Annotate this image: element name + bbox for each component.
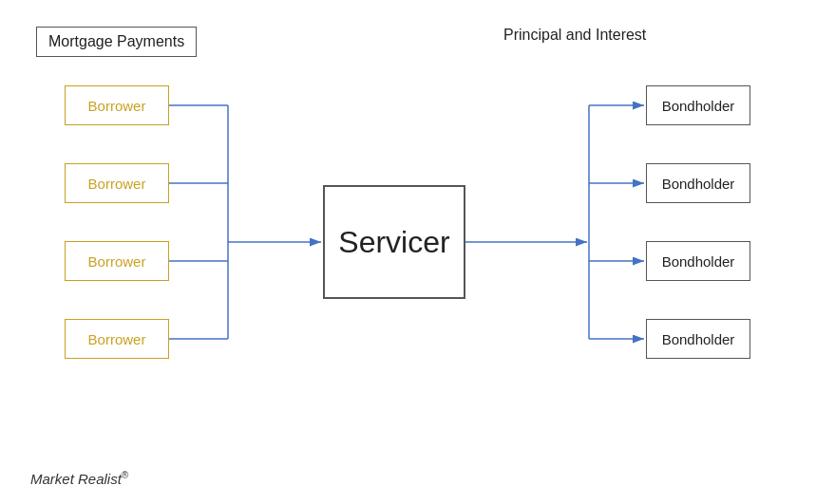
watermark: Market Realist® (30, 470, 128, 487)
principal-title: Principal and Interest (503, 27, 646, 44)
servicer-box: Servicer (323, 185, 465, 299)
borrower-box-3: Borrower (65, 241, 169, 281)
bondholder-box-4: Bondholder (646, 319, 750, 359)
borrower-box-2: Borrower (65, 163, 169, 203)
bondholder-box-2: Bondholder (646, 163, 750, 203)
bondholder-box-1: Bondholder (646, 85, 750, 125)
bondholder-box-3: Bondholder (646, 241, 750, 281)
borrower-box-4: Borrower (65, 319, 169, 359)
diagram-container: Mortgage Payments Principal and Interest… (0, 0, 816, 504)
borrower-box-1: Borrower (65, 85, 169, 125)
mortgage-title: Mortgage Payments (36, 27, 197, 57)
